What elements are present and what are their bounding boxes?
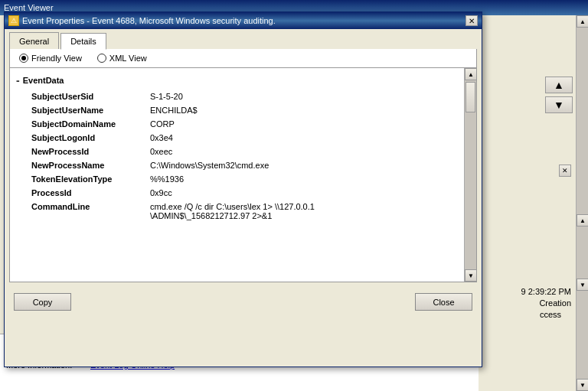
- down-action-btn[interactable]: ▼: [545, 96, 573, 113]
- content-scrollbar: ▲ ▼: [464, 68, 476, 282]
- data-row-subject-user-name: SubjectUserName ENCHILDA$: [16, 105, 461, 119]
- dialog-footer: Copy Close: [5, 287, 482, 317]
- value-subject-user-sid: S-1-5-20: [150, 92, 183, 101]
- access-label: ccess: [540, 310, 561, 319]
- radio-group: Friendly View XML View: [9, 49, 477, 68]
- scroll-up-btn[interactable]: ▲: [577, 15, 588, 28]
- label-new-process-name: NewProcessName: [31, 161, 150, 170]
- radio-xml-label: XML View: [109, 54, 147, 63]
- radio-friendly-label: Friendly View: [31, 54, 82, 63]
- tree-minus-icon: -: [16, 74, 20, 86]
- label-new-process-id: NewProcessId: [31, 147, 150, 156]
- tab-details-label: Details: [70, 37, 96, 46]
- label-command-line: CommandLine: [31, 202, 150, 211]
- scroll-down-btn[interactable]: ▼: [577, 379, 588, 391]
- radio-friendly-circle: [19, 54, 28, 63]
- tab-general[interactable]: General: [9, 32, 59, 49]
- right-scrollbar-lower: ▲ ▼: [576, 214, 588, 291]
- close-btn-label: Close: [433, 298, 454, 307]
- value-new-process-name: C:\Windows\System32\cmd.exe: [150, 161, 269, 170]
- content-scroll-up[interactable]: ▲: [465, 68, 477, 80]
- creation-label: Creation: [539, 298, 571, 308]
- dialog-titlebar: ⚠ Event Properties - Event 4688, Microso…: [5, 12, 482, 29]
- content-scroll-down[interactable]: ▼: [465, 269, 477, 282]
- scroll-down-lower[interactable]: ▼: [577, 279, 588, 291]
- value-process-id: 0x9cc: [150, 188, 172, 197]
- event-properties-dialog: ⚠ Event Properties - Event 4688, Microso…: [4, 11, 482, 367]
- tree-header: - EventData: [16, 74, 461, 86]
- scroll-track-lower: [577, 226, 588, 279]
- value-subject-user-name: ENCHILDA$: [150, 106, 198, 115]
- data-row-new-process-id: NewProcessId 0xeec: [16, 146, 461, 160]
- data-row-process-id: ProcessId 0x9cc: [16, 187, 461, 201]
- value-subject-domain-name: CORP: [150, 119, 175, 129]
- label-subject-user-name: SubjectUserName: [31, 106, 150, 115]
- copy-btn-label: Copy: [33, 298, 53, 307]
- tab-bar: General Details: [5, 29, 482, 49]
- scroll-thumb[interactable]: [466, 82, 475, 112]
- scroll-track: [577, 28, 588, 379]
- action-panel: ▲ ▼: [545, 77, 573, 113]
- timestamp-value: 9 2:39:22 PM: [521, 287, 571, 296]
- label-subject-user-sid: SubjectUserSid: [31, 92, 150, 101]
- dialog-close-icon-btn[interactable]: ✕: [466, 15, 478, 26]
- tab-details[interactable]: Details: [60, 33, 106, 50]
- event-data-content: - EventData SubjectUserSid S-1-5-20 Subj…: [9, 68, 477, 282]
- tab-general-label: General: [19, 37, 49, 46]
- timestamp: 9 2:39:22 PM: [521, 287, 571, 296]
- data-row-token-elevation-type: TokenElevationType %%1936: [16, 174, 461, 187]
- value-new-process-id: 0xeec: [150, 147, 172, 156]
- data-row-subject-domain-name: SubjectDomainName CORP: [16, 119, 461, 132]
- up-action-btn[interactable]: ▲: [545, 77, 573, 93]
- radio-xml-circle: [97, 54, 106, 63]
- dialog-title: Event Properties - Event 4688, Microsoft…: [22, 16, 276, 25]
- event-data-inner: - EventData SubjectUserSid S-1-5-20 Subj…: [10, 68, 476, 282]
- label-subject-domain-name: SubjectDomainName: [31, 119, 150, 129]
- close-button[interactable]: Close: [415, 293, 472, 311]
- event-data-tree: - EventData SubjectUserSid S-1-5-20 Subj…: [16, 74, 461, 221]
- value-command-line: cmd.exe /Q /c dir C:\users\lex 1> \\127.…: [150, 202, 315, 220]
- value-subject-logon-id: 0x3e4: [150, 133, 173, 142]
- tree-header-label: EventData: [23, 76, 64, 85]
- label-process-id: ProcessId: [31, 188, 150, 197]
- dialog-title-icon: ⚠: [8, 15, 19, 26]
- radio-xml-view[interactable]: XML View: [97, 54, 147, 63]
- label-token-elevation-type: TokenElevationType: [31, 174, 150, 184]
- scroll-thumb-area: [465, 80, 476, 269]
- data-row-subject-user-sid: SubjectUserSid S-1-5-20: [16, 91, 461, 105]
- label-subject-logon-id: SubjectLogonId: [31, 133, 150, 142]
- scrollbar-container: ▲ ▼: [465, 68, 476, 282]
- copy-button[interactable]: Copy: [14, 293, 71, 311]
- value-token-elevation-type: %%1936: [150, 174, 184, 184]
- scroll-up-lower[interactable]: ▲: [577, 214, 588, 226]
- radio-friendly-view[interactable]: Friendly View: [19, 54, 82, 63]
- data-row-subject-logon-id: SubjectLogonId 0x3e4: [16, 132, 461, 146]
- data-row-command-line: CommandLine cmd.exe /Q /c dir C:\users\l…: [16, 201, 461, 221]
- right-panel-close-btn[interactable]: ✕: [559, 165, 571, 177]
- data-row-new-process-name: NewProcessName C:\Windows\System32\cmd.e…: [16, 160, 461, 174]
- dialog-titlebar-left: ⚠ Event Properties - Event 4688, Microso…: [8, 15, 276, 26]
- right-scrollbar-panel: ▲ ▼: [576, 15, 588, 391]
